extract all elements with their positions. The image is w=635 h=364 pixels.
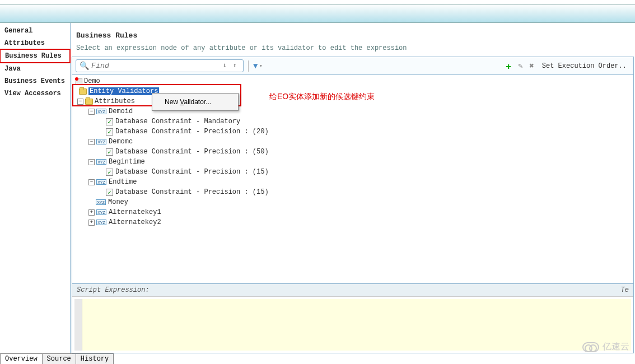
expand-icon[interactable]: + xyxy=(88,220,95,226)
search-input[interactable] xyxy=(91,62,220,70)
context-menu: New Validator... xyxy=(152,93,239,111)
check-icon xyxy=(106,169,113,176)
collapse-icon[interactable]: − xyxy=(88,139,95,145)
chevron-down-icon: ▾ xyxy=(259,63,262,68)
watermark-logo-icon xyxy=(582,342,599,352)
window-gradient-bar xyxy=(0,4,635,23)
entity-icon xyxy=(76,78,82,85)
tree-node[interactable]: Demomc xyxy=(109,138,133,146)
constraint-node[interactable]: Database Constraint - Mandatory xyxy=(115,118,240,125)
constraint-node[interactable]: Database Constraint - Precision : (15) xyxy=(115,168,269,176)
attribute-icon: XYZ xyxy=(96,139,106,144)
tree-root[interactable]: Demo xyxy=(84,77,100,85)
menu-new-validator[interactable]: New Validator... xyxy=(153,95,237,109)
collapse-icon[interactable]: − xyxy=(77,99,83,105)
entity-validators-node[interactable]: Entity Validators xyxy=(88,87,159,95)
page-subtitle: Select an expression node of any attribu… xyxy=(76,44,629,52)
tab-source[interactable]: Source xyxy=(42,353,76,364)
edit-button[interactable]: ✎ xyxy=(516,61,525,71)
attribute-icon: XYZ xyxy=(96,220,106,225)
tree-view[interactable]: Demo Entity Validators − Attributes −XYZ… xyxy=(72,75,634,283)
sidebar-item-business-rules[interactable]: Business Rules xyxy=(0,49,71,63)
toolbar: 🔍 ⬇ ⬆ ▼ ▾ ✚ ✎ ✖ Set Execution Order.. xyxy=(72,57,634,75)
add-button[interactable]: ✚ xyxy=(503,60,513,72)
attribute-icon: XYZ xyxy=(96,159,106,165)
sidebar-item-business-events[interactable]: Business Events xyxy=(0,75,70,87)
collapse-icon[interactable]: − xyxy=(88,179,95,185)
script-title: Script Expression: xyxy=(77,286,150,294)
script-expression-panel: Script Expression: Te xyxy=(72,283,634,353)
tree-node[interactable]: Begintime xyxy=(109,158,145,166)
page-title: Business Rules xyxy=(76,31,629,40)
bottom-tabs: Overview Source History xyxy=(0,353,113,364)
tab-overview[interactable]: Overview xyxy=(0,353,43,364)
folder-icon xyxy=(85,99,93,105)
annotation-text: 给EO实体添加新的候选键约束 xyxy=(269,92,375,102)
binoculars-icon: 🔍 xyxy=(80,61,89,71)
search-box[interactable]: 🔍 ⬇ ⬆ xyxy=(76,59,244,72)
check-icon xyxy=(106,189,113,196)
attribute-icon: XYZ xyxy=(96,179,106,185)
attributes-node[interactable]: Attributes xyxy=(95,97,135,105)
collapse-icon[interactable]: − xyxy=(88,159,95,165)
tree-node[interactable]: Money xyxy=(108,198,128,206)
tree-node[interactable]: Alternatekey2 xyxy=(109,218,161,226)
sidebar-item-view-accessors[interactable]: View Accessors xyxy=(0,87,70,100)
tree-node[interactable]: Alternatekey1 xyxy=(109,208,161,216)
check-icon xyxy=(106,128,113,136)
filter-button[interactable]: ▼ ▾ xyxy=(253,62,262,71)
funnel-icon: ▼ xyxy=(253,62,258,71)
sidebar: General Attributes Business Rules Java B… xyxy=(0,23,71,353)
tab-history[interactable]: History xyxy=(76,353,114,364)
expand-icon[interactable]: + xyxy=(88,209,95,216)
check-icon xyxy=(106,118,113,125)
set-execution-order-button[interactable]: Set Execution Order.. xyxy=(539,61,630,71)
collapse-icon[interactable]: − xyxy=(88,109,95,115)
attribute-icon: XYZ xyxy=(96,199,106,205)
constraint-node[interactable]: Database Constraint - Precision : (20) xyxy=(115,128,269,136)
watermark: 亿速云 xyxy=(582,341,629,353)
sidebar-item-attributes[interactable]: Attributes xyxy=(0,37,70,49)
constraint-node[interactable]: Database Constraint - Precision : (50) xyxy=(115,148,269,156)
tree-node[interactable]: Endtime xyxy=(109,178,137,186)
attribute-icon: XYZ xyxy=(96,209,106,215)
constraint-node[interactable]: Database Constraint - Precision : (15) xyxy=(115,188,269,196)
folder-icon xyxy=(79,88,87,95)
sidebar-item-java[interactable]: Java xyxy=(0,63,70,75)
script-gutter xyxy=(74,299,82,351)
sidebar-item-general[interactable]: General xyxy=(0,25,70,37)
tree-node[interactable]: Demoid xyxy=(109,108,133,115)
script-right-label: Te xyxy=(621,286,629,294)
check-icon xyxy=(106,148,113,156)
delete-button[interactable]: ✖ xyxy=(527,61,536,71)
find-next-icon[interactable]: ⬇ xyxy=(220,62,229,71)
attribute-icon: XYZ xyxy=(96,109,106,114)
find-prev-icon[interactable]: ⬆ xyxy=(230,62,239,71)
script-editor[interactable] xyxy=(82,299,631,351)
